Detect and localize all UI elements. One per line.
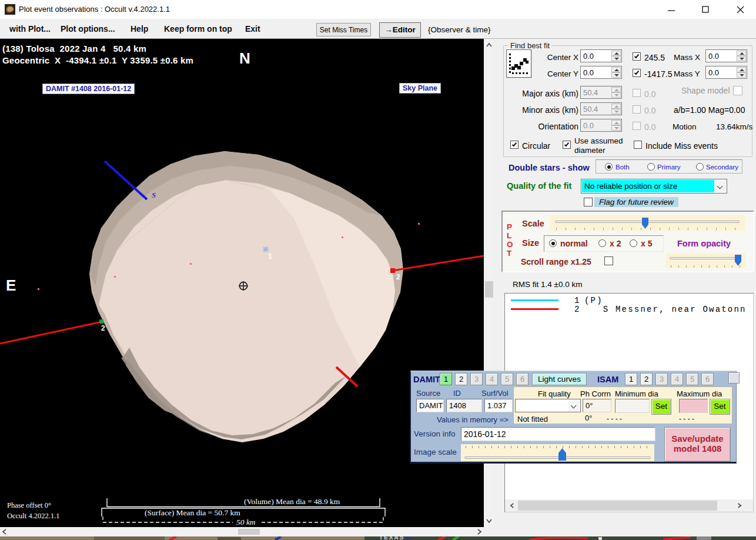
hscroll-thumb[interactable]	[238, 529, 260, 535]
light-curves-button[interactable]: Light curves	[532, 373, 587, 385]
mass-y-down[interactable]	[737, 72, 746, 78]
max-dia-box[interactable]	[679, 399, 708, 413]
listbox-scroll-thumb[interactable]	[518, 501, 717, 511]
version-info-box[interactable]: 2016-01-12	[461, 427, 655, 441]
set-min-button[interactable]: Set	[651, 399, 671, 415]
isam-button-5[interactable]: 5	[686, 373, 698, 385]
include-miss-label: Include Miss events	[645, 141, 718, 151]
minimize-button[interactable]	[658, 0, 685, 19]
include-miss-checkbox[interactable]	[634, 141, 642, 149]
menu-keep-form-on-top[interactable]: Keep form on top	[162, 24, 235, 35]
vscroll-thumb[interactable]	[485, 281, 493, 298]
minor-axis-up[interactable]	[611, 104, 621, 109]
plot-horizontal-scrollbar[interactable]	[0, 527, 484, 536]
damit-button-4[interactable]: 4	[486, 373, 498, 385]
isam-button-3[interactable]: 3	[655, 373, 668, 385]
minor-cb-checkbox[interactable]	[633, 105, 641, 114]
minor-axis-down[interactable]	[611, 109, 621, 114]
menu-exit[interactable]: Exit	[243, 24, 263, 35]
fit-quality-dropdown-button[interactable]	[568, 400, 580, 411]
orientation-down[interactable]	[611, 125, 621, 131]
ph-corr-box[interactable]: 0°	[583, 399, 611, 412]
scroll-down-icon[interactable]	[486, 518, 492, 524]
damit-button-3[interactable]: 3	[470, 373, 483, 385]
damit-button-1[interactable]: 1	[440, 373, 452, 385]
isam-button-2[interactable]: 2	[640, 373, 653, 385]
isam-button-6[interactable]: 6	[701, 373, 714, 385]
major-axis-down[interactable]	[611, 92, 621, 98]
image-scale-slider[interactable]	[461, 444, 654, 461]
scroll-up-icon[interactable]	[486, 42, 492, 48]
fit-quality-combobox[interactable]	[515, 399, 581, 412]
isam-button-4[interactable]: 4	[671, 373, 683, 385]
double-both-radio[interactable]	[605, 163, 613, 171]
center-y-spinner[interactable]: 0.0	[580, 66, 622, 79]
orientation-cb-checkbox[interactable]	[633, 122, 641, 130]
slider-ticks	[466, 446, 650, 448]
center-x-up[interactable]	[611, 51, 621, 56]
scroll-right-icon[interactable]	[476, 529, 482, 535]
center-y-down[interactable]	[611, 72, 621, 78]
menu-help[interactable]: Help	[128, 24, 150, 35]
form-opacity-thumb[interactable]	[735, 255, 741, 266]
image-scale-thumb[interactable]	[558, 448, 566, 461]
save-update-button[interactable]: Save/update model 1408	[664, 427, 731, 462]
fit-icon-button[interactable]	[506, 49, 531, 78]
quality-dropdown-button[interactable]	[715, 180, 726, 192]
double-secondary-radio[interactable]	[696, 163, 704, 171]
mass-y-up[interactable]	[737, 67, 746, 72]
size-x2-label: x 2	[610, 239, 621, 248]
scale-slider[interactable]	[550, 215, 745, 231]
orientation-up[interactable]	[611, 120, 621, 125]
major-axis-spinner[interactable]: 50.4	[580, 86, 622, 99]
mass-x-spinner[interactable]: 0.0	[705, 49, 747, 62]
scroll-range-checkbox[interactable]	[604, 256, 613, 265]
close-button[interactable]	[727, 0, 754, 19]
offset-y-checkbox[interactable]	[633, 69, 641, 77]
flag-review-checkbox[interactable]	[584, 198, 593, 206]
editor-button[interactable]: →Editor	[379, 22, 421, 38]
shape-model-checkbox[interactable]	[733, 86, 742, 95]
damit-button-6[interactable]: 6	[516, 373, 528, 385]
set-max-button[interactable]: Set	[710, 399, 730, 415]
form-opacity-slider[interactable]	[666, 254, 745, 268]
mass-x-down[interactable]	[737, 56, 746, 61]
set-miss-times-button[interactable]: Set Miss Times	[316, 23, 371, 36]
scale-label: Scale	[522, 219, 544, 228]
isam-button-1[interactable]: 1	[625, 373, 637, 385]
mass-y-label: Mass Y	[674, 69, 700, 78]
size-x2-radio[interactable]	[598, 239, 606, 247]
id-value-box[interactable]: 1408	[446, 399, 482, 412]
center-x-spinner[interactable]: 0.0	[580, 49, 622, 62]
size-x5-radio[interactable]	[630, 239, 637, 247]
chord-2-right-endpoint	[390, 268, 395, 273]
use-assumed-checkbox[interactable]	[563, 141, 571, 149]
listbox-scroll-left-icon[interactable]	[510, 503, 516, 509]
min-dia-box[interactable]	[615, 399, 650, 413]
orientation-spinner[interactable]: 0.0	[580, 119, 622, 132]
center-y-up[interactable]	[611, 67, 621, 72]
double-primary-radio[interactable]	[647, 163, 655, 171]
damit-button-2[interactable]: 2	[455, 373, 467, 385]
circular-checkbox[interactable]	[510, 141, 519, 149]
sky-plane-tag[interactable]: Sky Plane	[399, 83, 441, 94]
size-normal-radio[interactable]	[549, 239, 557, 247]
mass-y-spinner[interactable]: 0.0	[705, 66, 747, 79]
menu-plot-options[interactable]: Plot options...	[58, 24, 118, 35]
quality-combobox[interactable]: No reliable position or size	[581, 179, 727, 194]
mass-x-up[interactable]	[737, 51, 746, 56]
menu-with-plot[interactable]: with Plot...	[7, 24, 53, 35]
damit-model-tag[interactable]: DAMIT #1408 2016-01-12	[42, 84, 135, 94]
isam-label: ISAM	[597, 375, 618, 384]
damit-button-5[interactable]: 5	[501, 373, 513, 385]
blank-button[interactable]	[728, 372, 740, 384]
maximize-button[interactable]	[692, 0, 719, 19]
center-x-down[interactable]	[611, 56, 621, 61]
scroll-left-icon[interactable]	[2, 529, 8, 535]
minor-axis-spinner[interactable]: 50.4	[580, 102, 622, 115]
offset-x-checkbox[interactable]	[633, 52, 641, 61]
major-cb-checkbox[interactable]	[633, 89, 641, 97]
listbox-scrollbar[interactable]	[505, 499, 753, 512]
major-axis-up[interactable]	[611, 87, 621, 92]
listbox-scroll-right-icon[interactable]	[737, 503, 742, 509]
